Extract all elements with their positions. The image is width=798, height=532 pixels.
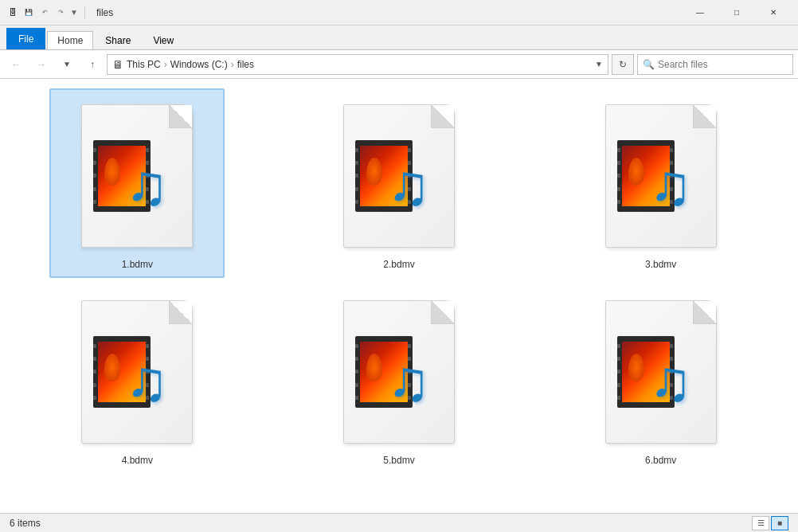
doc-paper-4: ♫ bbox=[81, 300, 193, 444]
file-area: ♫ 1.bdmv bbox=[0, 79, 798, 513]
large-icons-view-button[interactable]: ■ bbox=[771, 516, 788, 530]
address-icon: 🖥 bbox=[112, 58, 123, 71]
music-note-4: ♫ bbox=[125, 352, 181, 416]
sep1: › bbox=[164, 59, 167, 70]
separator bbox=[84, 6, 85, 19]
tab-home[interactable]: Home bbox=[47, 31, 93, 49]
file-name-2: 2.bdmv bbox=[383, 259, 414, 270]
file-name-6: 6.bdmv bbox=[645, 455, 676, 466]
search-icon: 🔍 bbox=[643, 59, 655, 70]
forward-button[interactable]: → bbox=[30, 53, 53, 76]
search-bar[interactable]: 🔍 bbox=[637, 54, 793, 75]
file-name-1: 1.bdmv bbox=[122, 259, 153, 270]
file-item-3[interactable]: ♫ 3.bdmv bbox=[573, 88, 749, 278]
file-name-3: 3.bdmv bbox=[645, 259, 676, 270]
doc-paper-5: ♫ bbox=[343, 300, 455, 444]
music-note-3: ♫ bbox=[649, 156, 705, 220]
media-icon-2: ♫ bbox=[355, 132, 443, 220]
quick-save-icon: 💾 bbox=[22, 6, 35, 19]
navigation-bar: ← → ▼ ↑ 🖥 This PC › Windows (C:) › files… bbox=[0, 50, 798, 79]
view-toggle: ☰ ■ bbox=[752, 516, 788, 530]
music-note-6: ♫ bbox=[649, 352, 705, 416]
dropdown-arrow[interactable]: ▼ bbox=[70, 8, 78, 17]
file-item-5[interactable]: ♫ 5.bdmv bbox=[311, 284, 487, 474]
doc-paper-2: ♫ bbox=[343, 104, 455, 248]
music-note-5: ♫ bbox=[387, 352, 443, 416]
file-icon-1: ♫ bbox=[73, 96, 201, 256]
doc-paper-3: ♫ bbox=[605, 104, 717, 248]
details-view-button[interactable]: ☰ bbox=[752, 516, 769, 530]
media-icon-5: ♫ bbox=[355, 328, 443, 416]
recent-locations-button[interactable]: ▼ bbox=[56, 53, 78, 76]
file-icon-2: ♫ bbox=[335, 96, 463, 256]
file-icon-4: ♫ bbox=[73, 292, 201, 452]
tab-file[interactable]: File bbox=[6, 28, 45, 49]
crumb-thispc[interactable]: This PC bbox=[127, 59, 161, 70]
file-name-5: 5.bdmv bbox=[383, 455, 414, 466]
window-icon: 🗄 bbox=[6, 6, 19, 19]
file-name-4: 4.bdmv bbox=[122, 455, 153, 466]
ribbon: File Home Share View bbox=[0, 25, 798, 50]
file-item-1[interactable]: ♫ 1.bdmv bbox=[49, 88, 225, 278]
file-item-2[interactable]: ♫ 2.bdmv bbox=[311, 88, 487, 278]
file-icon-3: ♫ bbox=[597, 96, 725, 256]
refresh-button[interactable]: ↻ bbox=[612, 54, 634, 75]
sep2: › bbox=[231, 59, 234, 70]
file-item-6[interactable]: ♫ 6.bdmv bbox=[573, 284, 749, 474]
status-bar: 6 items ☰ ■ bbox=[0, 513, 798, 532]
doc-paper-1: ♫ bbox=[81, 104, 193, 248]
music-note-1: ♫ bbox=[125, 156, 181, 220]
crumb-windows[interactable]: Windows (C:) bbox=[170, 59, 228, 70]
main-content: ♫ 1.bdmv bbox=[0, 79, 798, 513]
window-title: files bbox=[96, 7, 113, 18]
file-icon-5: ♫ bbox=[335, 292, 463, 452]
minimize-button[interactable]: — bbox=[682, 0, 718, 25]
media-icon-3: ♫ bbox=[617, 132, 705, 220]
tab-share[interactable]: Share bbox=[95, 31, 141, 49]
ribbon-tabs: File Home Share View bbox=[0, 25, 798, 49]
quick-redo-icon: ↷ bbox=[54, 6, 67, 19]
window-controls: — □ ✕ bbox=[682, 0, 792, 25]
file-item-4[interactable]: ♫ 4.bdmv bbox=[49, 284, 225, 474]
file-icon-6: ♫ bbox=[597, 292, 725, 452]
title-bar-icons: 🗄 💾 ↶ ↷ ▼ bbox=[6, 6, 88, 19]
media-icon-4: ♫ bbox=[93, 328, 181, 416]
quick-undo-icon: ↶ bbox=[38, 6, 51, 19]
back-button[interactable]: ← bbox=[5, 53, 27, 76]
up-button[interactable]: ↑ bbox=[81, 53, 104, 76]
music-note-2: ♫ bbox=[387, 156, 443, 220]
crumb-files[interactable]: files bbox=[237, 59, 254, 70]
address-bar[interactable]: 🖥 This PC › Windows (C:) › files ▼ bbox=[107, 54, 608, 75]
status-count: 6 items bbox=[10, 518, 752, 529]
title-bar: 🗄 💾 ↶ ↷ ▼ files — □ ✕ bbox=[0, 0, 798, 25]
media-icon-6: ♫ bbox=[617, 328, 705, 416]
doc-paper-6: ♫ bbox=[605, 300, 717, 444]
tab-view[interactable]: View bbox=[143, 31, 184, 49]
close-button[interactable]: ✕ bbox=[755, 0, 792, 25]
search-input[interactable] bbox=[658, 59, 788, 70]
maximize-button[interactable]: □ bbox=[718, 0, 755, 25]
media-icon-1: ♫ bbox=[93, 132, 181, 220]
address-dropdown-arrow[interactable]: ▼ bbox=[595, 60, 603, 68]
